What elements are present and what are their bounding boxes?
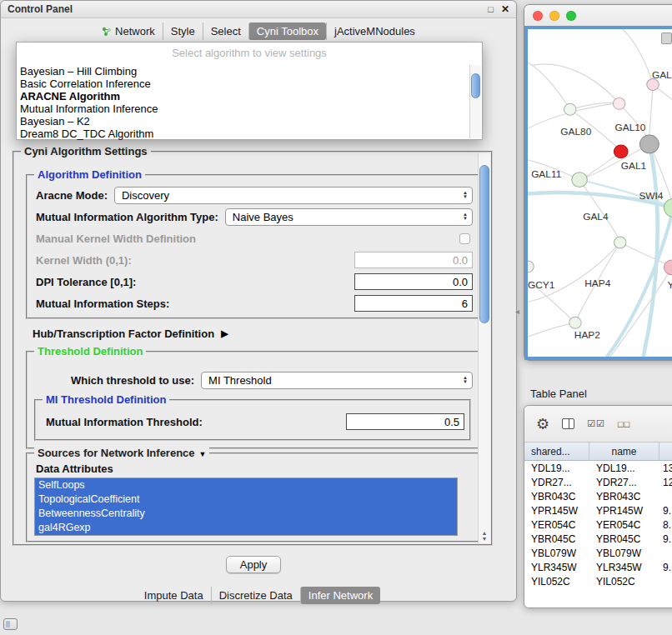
network-node[interactable]: [614, 145, 628, 158]
minimized-panel-icon[interactable]: [3, 618, 18, 630]
algorithm-option-aracne-algorithm[interactable]: ARACNE Algorithm: [18, 90, 468, 102]
data-attributes-label: Data Attributes: [36, 462, 113, 475]
cyni-settings-title: Cyni Algorithm Settings: [21, 145, 151, 158]
network-edge[interactable]: [623, 29, 653, 84]
column-header-shared[interactable]: shared...: [524, 442, 589, 460]
algorithm-option-dream8-dc-tdc-algorithm[interactable]: Dream8 DC_TDC Algorithm: [18, 128, 468, 140]
attribute-item-topologicalcoefficient[interactable]: TopologicalCoefficient: [35, 492, 457, 507]
control-panel-tabs: NetworkStyleSelectCyni ToolboxjActiveMNo…: [1, 20, 516, 42]
dpi-tolerance-input[interactable]: [354, 273, 473, 290]
minimize-traffic-light[interactable]: [549, 11, 559, 21]
network-edge[interactable]: [610, 268, 671, 357]
hub-definition-expander[interactable]: Hub/Transcription Factor Definition ▶: [33, 328, 228, 340]
tab-style[interactable]: Style: [163, 22, 203, 40]
zoom-traffic-light[interactable]: [566, 11, 576, 21]
network-node[interactable]: [564, 103, 575, 115]
table-row[interactable]: YER054CYER054C8.: [524, 518, 672, 532]
table-row[interactable]: YLR345WYLR345W9.: [524, 560, 672, 574]
mi-type-value: Naive Bayes: [233, 211, 293, 223]
sources-expander[interactable]: Sources for Network Inference▼: [34, 447, 209, 461]
tab-discretize-data[interactable]: Discretize Data: [211, 587, 300, 604]
algorithm-option-mutual-information-inference[interactable]: Mutual Information Inference: [18, 102, 468, 115]
splitter-collapse-icon[interactable]: ◂: [515, 307, 519, 316]
select-all-columns-icon[interactable]: ☑☑: [587, 418, 605, 429]
table-cell: YLR345W: [524, 562, 589, 573]
table-row[interactable]: YBL079WYBL079W: [524, 546, 672, 560]
table-cell: YLR345W: [589, 562, 659, 573]
table-row[interactable]: YBR043CYBR043C: [524, 489, 672, 503]
dpi-tolerance-row: DPI Tolerance [0,1]:: [28, 271, 478, 292]
aracne-mode-select[interactable]: Discovery ▲▼: [114, 187, 473, 204]
network-node[interactable]: [664, 198, 672, 217]
tab-network[interactable]: Network: [94, 22, 163, 40]
tab-infer-network[interactable]: Infer Network: [300, 587, 380, 604]
expand-right-icon: ▶: [221, 328, 228, 339]
pan-widget[interactable]: [661, 32, 672, 44]
network-edge[interactable]: [528, 322, 575, 337]
control-panel-window: Control Panel □ ✕ NetworkStyleSelectCyni…: [0, 0, 517, 602]
node-label: HAP2: [574, 329, 600, 340]
attribute-item-betweennesscentrality[interactable]: BetweennessCentrality: [35, 507, 457, 521]
network-node[interactable]: [614, 237, 625, 248]
manual-kernel-label: Manual Kernel Width Definition: [36, 232, 196, 245]
table-cell: YBR045C: [589, 533, 659, 545]
control-panel-titlebar: Control Panel □ ✕: [1, 1, 516, 18]
table-panel-title: Table Panel: [530, 388, 587, 400]
tab-impute-data[interactable]: Impute Data: [137, 587, 211, 604]
table-settings-gear-icon[interactable]: ⚙: [536, 415, 549, 433]
apply-button[interactable]: Apply: [226, 556, 281, 573]
manual-kernel-checkbox: [459, 233, 470, 244]
table-row[interactable]: YPR145WYPR145W9.: [524, 503, 672, 518]
settings-scrollbar-thumb[interactable]: [479, 165, 489, 323]
popup-scrollbar-thumb[interactable]: [471, 73, 480, 98]
table-body: YDL19...YDL19...13YDR27...YDR27...12YBR0…: [524, 461, 672, 588]
threshold-definition-group: Threshold Definition Which threshold to …: [26, 351, 479, 449]
table-row[interactable]: YDR27...YDR27...12: [524, 475, 672, 489]
mi-threshold-input[interactable]: [346, 413, 464, 430]
table-cell: YER054C: [589, 519, 659, 531]
network-canvas[interactable]: GALGAL80GAL10GAL11GAL1SWI4GAL4GCY1HAP4HA…: [524, 26, 672, 360]
network-node[interactable]: [613, 98, 624, 109]
network-edge[interactable]: [649, 84, 653, 135]
unselect-all-columns-icon[interactable]: □□: [618, 419, 630, 429]
settings-scrollbar[interactable]: ▲▼: [478, 153, 490, 543]
show-columns-icon[interactable]: [562, 418, 574, 429]
which-threshold-select[interactable]: MI Threshold ▲▼: [201, 372, 473, 389]
network-node[interactable]: [664, 260, 672, 275]
tab-cyni-toolbox[interactable]: Cyni Toolbox: [248, 22, 326, 40]
network-edge[interactable]: [570, 102, 614, 109]
table-row[interactable]: YDL19...YDL19...13: [524, 461, 672, 475]
network-edge[interactable]: [528, 242, 620, 302]
network-node[interactable]: [639, 135, 659, 153]
mi-type-select[interactable]: Naive Bayes ▲▼: [225, 208, 473, 226]
close-traffic-light[interactable]: [533, 11, 543, 21]
float-window-button[interactable]: □: [488, 4, 494, 14]
attribute-item-selfloops[interactable]: SelfLoops: [35, 478, 457, 492]
window-title: Control Panel: [8, 3, 73, 15]
window-buttons: □ ✕: [488, 3, 509, 15]
attribute-item-gal4rgexp[interactable]: gal4RGexp: [35, 521, 457, 535]
network-edge[interactable]: [531, 64, 619, 103]
close-window-button[interactable]: ✕: [501, 3, 509, 15]
table-cell: YBL079W: [589, 548, 659, 559]
node-label: GAL10: [614, 122, 646, 132]
network-node[interactable]: [528, 261, 534, 272]
mi-steps-input[interactable]: [354, 295, 473, 312]
algorithm-option-bayesian-hill-climbing[interactable]: Bayesian – Hill Climbing: [18, 65, 468, 78]
table-row[interactable]: YIL052CYIL052C: [524, 574, 672, 588]
network-node[interactable]: [572, 172, 588, 188]
popup-scrollbar[interactable]: [469, 65, 481, 138]
scrollbar-arrow-icons[interactable]: ▲▼: [479, 530, 490, 542]
column-header-col2[interactable]: [659, 442, 672, 460]
network-edge[interactable]: [644, 144, 658, 357]
algorithm-option-bayesian-k2[interactable]: Bayesian – K2: [18, 115, 468, 128]
column-header-name[interactable]: name: [589, 442, 659, 460]
table-row[interactable]: YBR045CYBR045C9.: [524, 532, 672, 546]
network-edge[interactable]: [528, 62, 570, 110]
tab-select[interactable]: Select: [203, 22, 248, 40]
network-node[interactable]: [569, 317, 581, 328]
network-node[interactable]: [647, 79, 659, 91]
tab-jactivemnodules[interactable]: jActiveMNodules: [326, 22, 423, 40]
table-cell: YPR145W: [524, 505, 589, 517]
algorithm-option-basic-correlation-inference[interactable]: Basic Correlation Inference: [18, 78, 468, 90]
